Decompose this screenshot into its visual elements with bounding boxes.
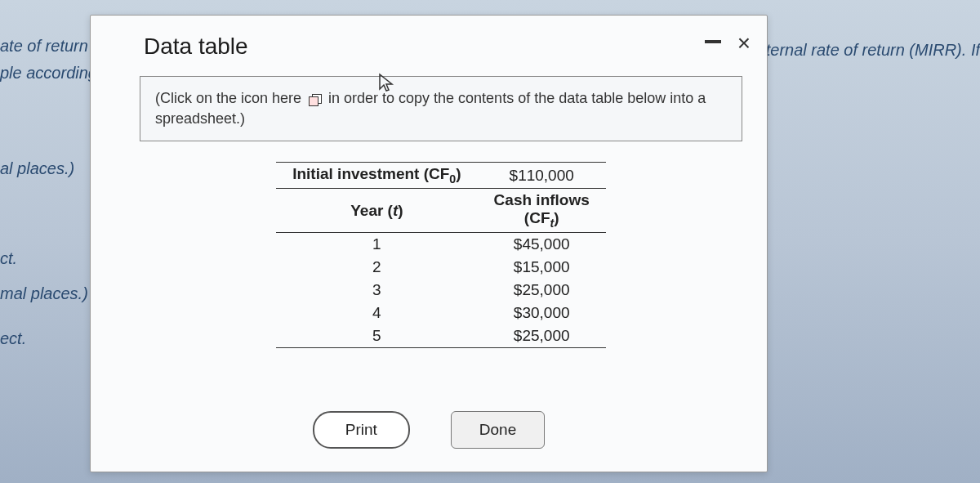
year-header: Year (t) [276, 189, 477, 233]
table-row: 2 $15,000 [276, 256, 606, 279]
initial-investment-value: $110,000 [478, 163, 606, 189]
table-row: 4 $30,000 [276, 302, 606, 324]
done-button[interactable]: Done [451, 411, 545, 449]
minimize-button[interactable] [705, 40, 721, 43]
cursor-pointer-icon [378, 73, 396, 99]
instruction-box: (Click on the icon here in order to copy… [140, 76, 742, 141]
data-table-modal: Data table × (Click on the icon here in … [90, 15, 768, 472]
cashflow-cell: $25,000 [478, 324, 606, 348]
modal-window-controls: × [705, 32, 751, 55]
table-row: 3 $25,000 [276, 279, 606, 302]
year-cell: 2 [276, 256, 477, 279]
year-cell: 4 [276, 302, 477, 324]
modal-header: Data table × [91, 16, 767, 68]
copy-to-spreadsheet-icon[interactable] [309, 94, 322, 105]
modal-footer: Print Done [91, 411, 767, 449]
table-row: 5 $25,000 [276, 324, 606, 348]
initial-investment-label: Initial investment (CF0) [276, 163, 477, 189]
cashflow-cell: $25,000 [478, 279, 606, 302]
table-row: 1 $45,000 [276, 232, 606, 256]
cashflow-data-table: Initial investment (CF0) $110,000 Year (… [276, 162, 606, 348]
data-table-container: Initial investment (CF0) $110,000 Year (… [140, 162, 742, 348]
cashflow-cell: $30,000 [478, 302, 606, 324]
table-row-initial-investment: Initial investment (CF0) $110,000 [276, 163, 606, 189]
year-cell: 3 [276, 279, 477, 302]
cashflow-cell: $45,000 [478, 232, 606, 256]
instruction-text-pre: (Click on the icon here [155, 90, 301, 106]
cashflow-cell: $15,000 [478, 256, 606, 279]
modal-overlay: Data table × (Click on the icon here in … [0, 0, 980, 483]
cash-inflows-header: Cash inflows (CFt) [478, 189, 606, 233]
close-button[interactable]: × [737, 32, 751, 55]
modal-body: (Click on the icon here in order to copy… [91, 68, 767, 364]
print-button[interactable]: Print [313, 411, 410, 449]
table-row-subheader: Year (t) Cash inflows (CFt) [276, 189, 606, 233]
year-cell: 1 [276, 232, 477, 256]
year-cell: 5 [276, 324, 477, 348]
modal-title: Data table [144, 34, 742, 60]
